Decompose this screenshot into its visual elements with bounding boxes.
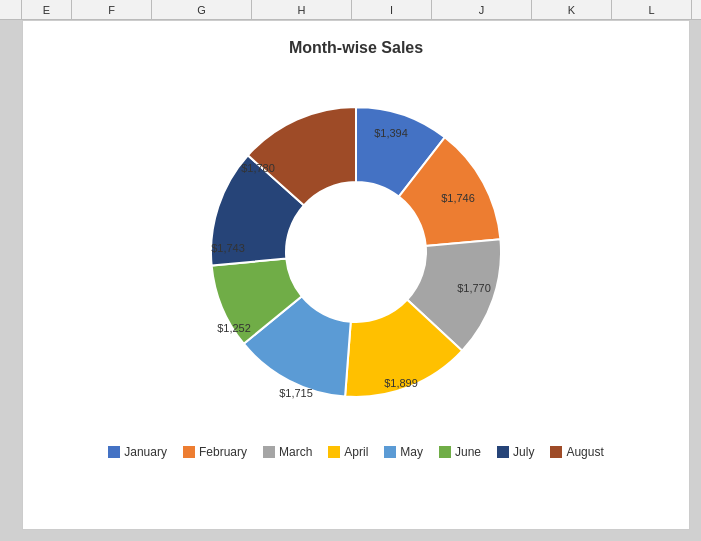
legend-item-june: June [439, 445, 481, 459]
segment-label-june: $1,252 [217, 322, 251, 334]
legend-item-march: March [263, 445, 312, 459]
segment-label-february: $1,746 [441, 192, 475, 204]
col-header-h: H [252, 0, 352, 19]
legend-color-june [439, 446, 451, 458]
legend-color-august [550, 446, 562, 458]
legend-label-march: March [279, 445, 312, 459]
col-header-l: L [612, 0, 692, 19]
segment-label-april: $1,899 [384, 377, 418, 389]
donut-chart: $1,394$1,746$1,770$1,899$1,715$1,252$1,7… [186, 82, 526, 422]
legend-label-july: July [513, 445, 534, 459]
col-headers: EFGHIJKL [0, 0, 701, 20]
col-header-f: F [72, 0, 152, 19]
segment-label-march: $1,770 [457, 282, 491, 294]
col-header-i: I [352, 0, 432, 19]
segment-label-august: $1,780 [241, 162, 275, 174]
legend-label-june: June [455, 445, 481, 459]
legend-item-july: July [497, 445, 534, 459]
legend-label-august: August [566, 445, 603, 459]
legend-item-january: January [108, 445, 167, 459]
legend-color-july [497, 446, 509, 458]
spreadsheet-bg: EFGHIJKL Month-wise Sales $1,394$1,746$1… [0, 0, 701, 541]
legend-label-may: May [400, 445, 423, 459]
legend-item-february: February [183, 445, 247, 459]
legend-item-august: August [550, 445, 603, 459]
col-header-k: K [532, 0, 612, 19]
legend-label-february: February [199, 445, 247, 459]
legend-color-april [328, 446, 340, 458]
legend-item-april: April [328, 445, 368, 459]
segment-label-july: $1,743 [211, 242, 245, 254]
col-header-j: J [432, 0, 532, 19]
legend-color-march [263, 446, 275, 458]
legend: JanuaryFebruaryMarchAprilMayJuneJulyAugu… [23, 437, 689, 467]
legend-color-may [384, 446, 396, 458]
segment-label-may: $1,715 [279, 387, 313, 399]
legend-item-may: May [384, 445, 423, 459]
chart-area: Month-wise Sales $1,394$1,746$1,770$1,89… [22, 20, 690, 530]
legend-label-january: January [124, 445, 167, 459]
segment-label-january: $1,394 [374, 127, 408, 139]
col-header-g: G [152, 0, 252, 19]
col-header-e: E [22, 0, 72, 19]
legend-color-january [108, 446, 120, 458]
chart-title: Month-wise Sales [23, 21, 689, 67]
legend-color-february [183, 446, 195, 458]
legend-label-april: April [344, 445, 368, 459]
donut-container: $1,394$1,746$1,770$1,899$1,715$1,252$1,7… [23, 67, 689, 437]
